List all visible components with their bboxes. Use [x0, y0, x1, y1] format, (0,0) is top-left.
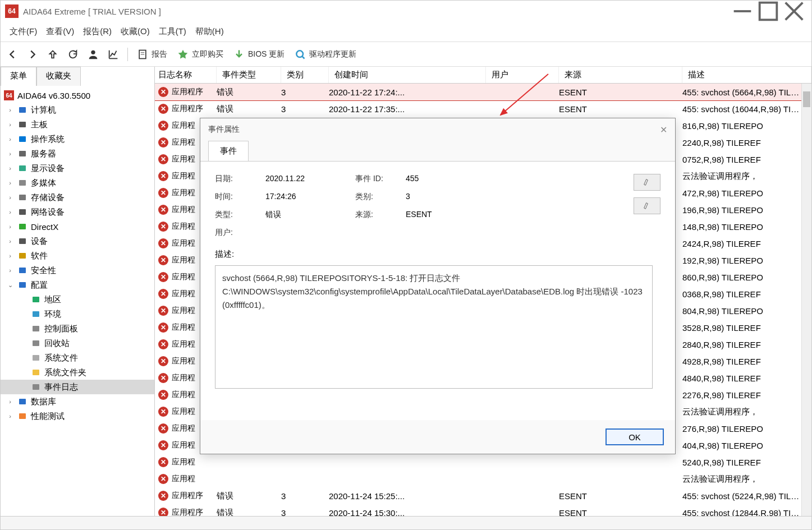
svg-rect-1 — [760, 3, 777, 20]
tree-item[interactable]: 事件日志 — [1, 380, 154, 394]
value-category: 3 — [406, 192, 518, 202]
column-header[interactable]: 创建时间 — [329, 67, 486, 83]
label-description: 描述: — [215, 249, 660, 260]
tree-item[interactable]: ⌄配置 — [1, 278, 154, 292]
vertical-scrollbar[interactable] — [801, 84, 811, 516]
tree-item[interactable]: 系统文件夹 — [1, 365, 154, 380]
svg-point-4 — [91, 50, 95, 54]
scroll-thumb[interactable] — [803, 91, 810, 107]
tree-item[interactable]: ›数据库 — [1, 394, 154, 409]
table-row[interactable]: ✕应用程序错误32020-11-24 15:30:...ESENT455: sv… — [155, 504, 801, 516]
error-icon: ✕ — [158, 474, 168, 484]
app-icon: 64 — [5, 4, 19, 18]
menu-item[interactable]: 帮助(H) — [191, 23, 228, 40]
error-icon: ✕ — [158, 508, 168, 516]
dialog-titlebar: 事件属性 ✕ — [200, 118, 675, 141]
menu-item[interactable]: 文件(F) — [5, 23, 42, 40]
table-row[interactable]: ✕应用程序错误32020-11-22 17:35:...ESENT455: sv… — [155, 100, 801, 117]
column-header[interactable]: 日志名称 — [155, 67, 217, 83]
svg-rect-31 — [19, 413, 26, 419]
up-button[interactable] — [44, 46, 61, 63]
tree-item[interactable]: ›软件 — [1, 248, 154, 263]
menu-item[interactable]: 收藏(O) — [116, 23, 154, 40]
tab-menu[interactable]: 菜单 — [1, 67, 36, 86]
tree-item[interactable]: ›设备 — [1, 234, 154, 248]
error-icon: ✕ — [158, 390, 168, 400]
svg-rect-25 — [33, 326, 39, 331]
user-icon[interactable] — [85, 46, 102, 63]
ok-button[interactable]: OK — [605, 428, 664, 445]
tree-item[interactable]: 系统文件 — [1, 351, 154, 365]
svg-rect-13 — [19, 151, 26, 156]
event-properties-dialog: 事件属性 ✕ 事件 日期: 2020.11.22 事件 ID: 455 时间: … — [200, 118, 676, 454]
error-icon: ✕ — [158, 423, 168, 434]
tree-root[interactable]: 64AIDA64 v6.30.5500 — [1, 88, 154, 103]
tree-item[interactable]: ›性能测试 — [1, 409, 154, 423]
tree-item[interactable]: ›安全性 — [1, 263, 154, 278]
minimize-button[interactable] — [730, 2, 755, 20]
svg-rect-17 — [19, 209, 26, 215]
table-row[interactable]: ✕应用程序错误32020-11-24 15:25:...ESENT455: sv… — [155, 487, 801, 504]
display-icon — [17, 163, 27, 173]
bin-icon — [31, 338, 41, 348]
tree-item[interactable]: 地区 — [1, 292, 154, 307]
menu-item[interactable]: 报告(R) — [79, 23, 116, 40]
report-button[interactable]: 报告 — [134, 49, 171, 60]
tree-item[interactable]: 环境 — [1, 307, 154, 321]
tree-item[interactable]: ›网络设备 — [1, 205, 154, 219]
soft-icon — [17, 251, 27, 261]
forward-button[interactable] — [24, 46, 41, 63]
tree-item[interactable]: ›服务器 — [1, 146, 154, 161]
value-date: 2020.11.22 — [265, 174, 355, 184]
menu-item[interactable]: 工具(T) — [154, 23, 191, 40]
log-icon — [31, 382, 41, 392]
edit-button[interactable] — [634, 197, 660, 214]
chart-icon[interactable] — [105, 46, 122, 63]
tree-item[interactable]: ›计算机 — [1, 103, 154, 117]
tab-favorites[interactable]: 收藏夹 — [36, 67, 81, 86]
tree-item[interactable]: 控制面板 — [1, 321, 154, 336]
column-header[interactable]: 事件类型 — [217, 67, 281, 83]
back-button[interactable] — [4, 46, 21, 63]
column-header[interactable]: 类别 — [281, 67, 329, 83]
error-icon: ✕ — [158, 255, 168, 265]
tree-item[interactable]: ›DirectX — [1, 219, 154, 234]
svg-rect-14 — [19, 165, 26, 171]
table-row[interactable]: ✕应用程云法验证调用程序， — [155, 471, 801, 487]
storage-icon — [17, 192, 27, 202]
close-button[interactable] — [781, 2, 807, 20]
description-textarea[interactable]: svchost (5664,R,98) TILEREPOSITORYS-1-5-… — [215, 265, 653, 389]
copy-button[interactable] — [634, 174, 660, 191]
error-icon: ✕ — [158, 322, 168, 333]
column-header[interactable]: 用户 — [486, 67, 559, 83]
maximize-button[interactable] — [755, 2, 781, 20]
cpl-icon — [31, 324, 41, 334]
tree-item[interactable]: ›显示设备 — [1, 161, 154, 176]
column-header[interactable]: 来源 — [559, 67, 682, 83]
separator — [127, 48, 128, 61]
label-source: 来源: — [355, 210, 406, 220]
dialog-tab-event[interactable]: 事件 — [208, 141, 249, 161]
tree-item[interactable]: ›主板 — [1, 117, 154, 132]
tree-item[interactable]: ›存储设备 — [1, 190, 154, 205]
svg-rect-22 — [19, 282, 26, 288]
bios-button[interactable]: BIOS 更新 — [230, 49, 288, 60]
label-eventid: 事件 ID: — [355, 174, 406, 184]
svg-line-9 — [302, 56, 305, 58]
svg-rect-11 — [19, 122, 26, 127]
tree-item[interactable]: ›操作系统 — [1, 132, 154, 146]
error-icon: ✕ — [158, 238, 168, 248]
buy-button[interactable]: 立即购买 — [174, 49, 227, 60]
svg-rect-27 — [33, 355, 39, 361]
table-row[interactable]: ✕应用程序错误32020-11-22 17:24:...ESENT455: sv… — [155, 84, 801, 100]
folder-icon — [31, 367, 41, 377]
tree-item[interactable]: 回收站 — [1, 336, 154, 351]
refresh-button[interactable] — [65, 46, 81, 63]
table-row[interactable]: ✕应用程5240,R,98) TILEREF — [155, 454, 801, 471]
menu-item[interactable]: 查看(V) — [42, 23, 79, 40]
tree-item[interactable]: ›多媒体 — [1, 176, 154, 190]
label-user: 用户: — [215, 228, 265, 238]
driver-button[interactable]: 驱动程序更新 — [291, 49, 360, 60]
dialog-close-button[interactable]: ✕ — [660, 125, 667, 135]
column-header[interactable]: 描述 — [682, 67, 811, 83]
